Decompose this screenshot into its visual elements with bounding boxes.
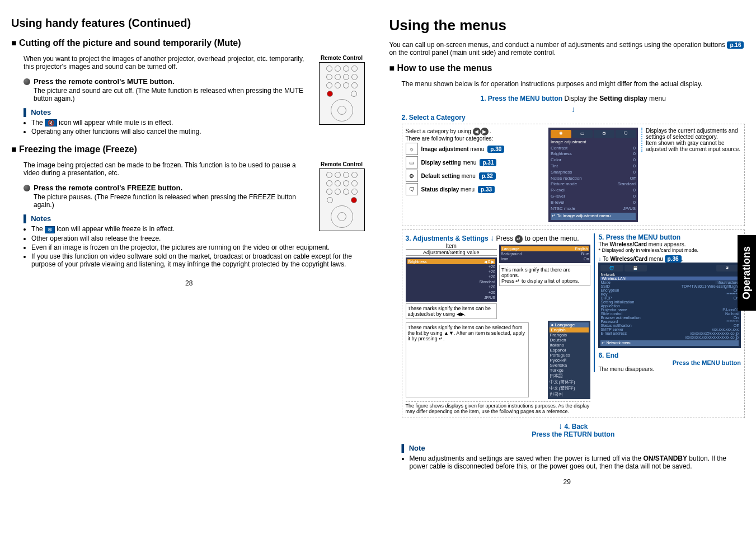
page-ref[interactable]: p.32 <box>479 172 496 180</box>
language-option: Русский <box>550 358 589 363</box>
adj-label: Adjustment/Setting Value <box>406 250 497 256</box>
list-value: +20 <box>407 269 495 274</box>
tab-default-icon: ⚙ <box>594 130 614 138</box>
category-icon: ☼ <box>406 143 418 155</box>
language-option: 日本語 <box>550 373 589 379</box>
left-page: Using handy features (Continued) Cutting… <box>11 11 367 486</box>
language-option: Português <box>550 353 589 358</box>
step2-diagram: Select a category by using ◀▶ ◀▶.. There… <box>402 124 745 226</box>
menu-row: DHCPOn <box>600 296 739 300</box>
step5-to-line: ↓ To Wireless/Card menu p.36. <box>598 255 741 263</box>
freeze-intro: The image being projected can be made to… <box>24 161 367 177</box>
list-value: +20 <box>407 284 495 289</box>
step2-right-note: Displays the current adjustments and set… <box>641 128 741 152</box>
menu-row: Tint0 <box>551 163 636 170</box>
mute-note-2: Operating any other functions will also … <box>31 128 367 135</box>
remote-illustration <box>319 62 365 125</box>
page-ref[interactable]: p.31 <box>480 159 496 166</box>
tab-display-icon: ▭ <box>572 130 593 138</box>
menu-row: EncryptionOn <box>600 288 739 292</box>
mute-intro: When you want to project the images of a… <box>24 55 367 71</box>
mute-notes-title: Notes <box>24 108 367 116</box>
right-page: Using the menus You can call up on-scree… <box>389 11 745 486</box>
remote-illustration <box>319 168 365 231</box>
menu-row: Sharpness0 <box>551 170 636 176</box>
list-value: +20 <box>407 274 495 279</box>
menu-row: Projector namePJ-xxx01 <box>600 308 739 312</box>
language-option: 中文(简体字) <box>550 379 589 385</box>
right-note-title: Note <box>402 444 745 452</box>
menu-row: Slide controlNo host <box>600 312 739 316</box>
list-value: JP/US <box>407 295 495 300</box>
page-ref-16[interactable]: p.16 <box>727 41 744 49</box>
step-bullet-icon <box>24 78 30 85</box>
freeze-step: Press the remote control's FREEZE button… <box>24 184 311 192</box>
step6-title: 6. End <box>598 352 741 359</box>
page-ref-36[interactable]: p.36 <box>665 255 682 263</box>
step3-diagram: 3. Adjustments & Settings ↓ Press ↵ to o… <box>402 229 745 418</box>
item-label: Item <box>406 243 497 250</box>
menu-row: Noise reductionOff <box>551 176 636 182</box>
freeze-note-2: Other operation will also release the fr… <box>31 235 367 242</box>
adjust-screenshot: Brightness ◀ 0 ▶ +20+20+20Standard+20+20… <box>406 257 497 302</box>
remote-control-mute: Remote Control <box>317 55 367 126</box>
menu-row: B-level0 <box>551 200 636 206</box>
page-number-left: 28 <box>11 279 367 287</box>
step6-press: Press the MENU button <box>598 359 741 366</box>
menu-row: Key******** <box>600 292 739 296</box>
card-icon: 💾 <box>624 265 647 271</box>
list-value: Standard <box>407 279 495 284</box>
category-icon: 🗨 <box>406 183 418 195</box>
language-option: 한국어 <box>550 391 589 397</box>
mute-step-title: Press the remote control's MUTE button. <box>34 77 175 86</box>
page-number-right: 29 <box>389 478 745 486</box>
menu-row: SMTP serverxxx.xxx.xxx.xxx <box>600 327 739 331</box>
step6-end: The menu disappears. <box>598 366 741 372</box>
menu-row: Color0 <box>551 157 636 163</box>
enter-icon: ↵ <box>515 235 523 243</box>
left-arrow-icon: ◀ <box>473 128 481 135</box>
menu-row: BackgroundBlue <box>501 251 589 256</box>
menu-row: NTSC modeJP/US <box>551 206 636 212</box>
right-note-body: Menu adjustments and settings are saved … <box>410 455 745 470</box>
category-item: ▭Display setting menup.31 <box>406 156 546 168</box>
category-icon: ▭ <box>406 156 418 168</box>
mute-heading: Cutting off the picture and sound tempor… <box>11 38 367 48</box>
net-icon: 🌐 <box>600 265 623 271</box>
pc-icon: 🖥 <box>716 265 739 271</box>
annotation-list: These marks signify the items can be sel… <box>406 322 529 397</box>
remote-control-freeze: Remote Control <box>317 161 367 232</box>
language-option: 中文(繁體字) <box>550 385 589 391</box>
page-ref[interactable]: p.30 <box>487 146 504 153</box>
step5-line1: The Wireless/Card menu appears. <box>598 241 741 247</box>
image-adjust-screenshot: ✺ ▭ ⚙ 🗨 Image adjustment Contrast0Bright… <box>548 128 638 222</box>
wireless-screenshot: 🌐 💾 🖥 Network Wireless LAN ModeInfrastru… <box>598 263 741 348</box>
category-item: 🗨Status display menup.33 <box>406 183 546 195</box>
menu-row: xxxxxxxx.xxxxxxxxxxxxxx.co.jp <box>600 335 739 339</box>
remote-label: Remote Control <box>317 161 367 167</box>
right-title: Using the menus <box>389 17 745 34</box>
freeze-icon: ❄ <box>45 226 55 233</box>
remote-label: Remote Control <box>317 55 367 61</box>
menu-row: G-level0 <box>551 194 636 200</box>
language-option: Svenska <box>550 363 589 368</box>
howto-body: The menu shown below is for operation in… <box>402 80 745 88</box>
menu-row: Picture modeStandard <box>551 181 636 188</box>
right-arrow-icon: ▶ <box>481 128 489 135</box>
language-option: Italiano <box>550 343 589 348</box>
freeze-heading: Freezing the image (Freeze) <box>11 144 367 154</box>
step-bullet-icon <box>24 185 30 191</box>
category-icon: ⚙ <box>406 170 418 182</box>
list-value: +20 <box>407 290 495 295</box>
menu-row: Setting initialization <box>600 300 739 304</box>
page-ref[interactable]: p.33 <box>478 186 495 193</box>
step3-disclaimer: The figure shows displays given for oper… <box>406 401 591 414</box>
menu-row: IconOn <box>501 256 589 261</box>
annotation-adjust: These marks signify the items can be adj… <box>406 303 497 319</box>
freeze-step-title: Press the remote control's FREEZE button… <box>34 184 182 192</box>
step2-title: 2. Select a Category <box>402 114 745 121</box>
tab-image-icon: ✺ <box>551 130 571 138</box>
freeze-notes-title: Notes <box>24 214 367 223</box>
annotation-options: This mark signify that there are options… <box>499 265 590 286</box>
menu-row: Application <box>600 304 739 308</box>
